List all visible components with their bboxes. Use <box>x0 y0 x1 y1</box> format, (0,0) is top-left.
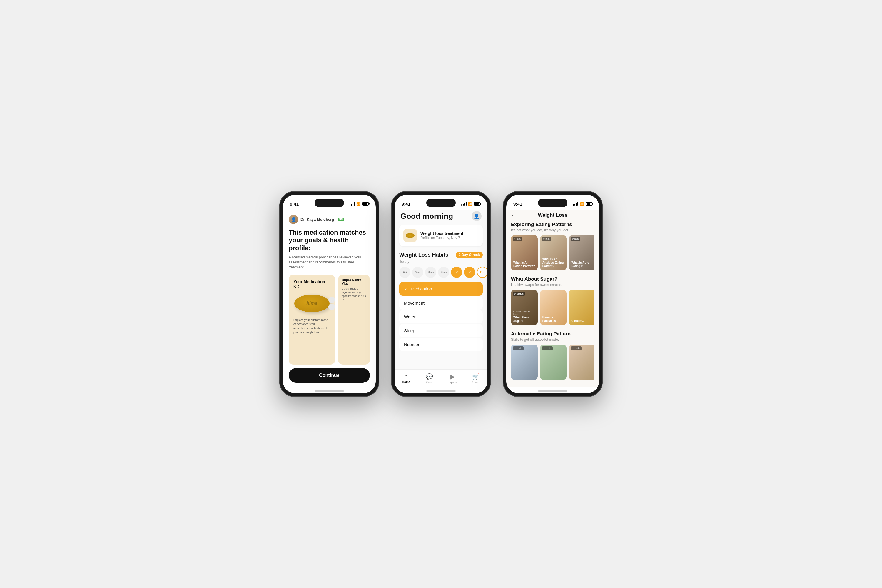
status-time-1: 9:41 <box>290 201 299 206</box>
wifi-icon-3: 📶 <box>580 202 584 206</box>
p2-greeting: Good morning <box>400 212 453 221</box>
habit-water[interactable]: Water <box>399 310 483 323</box>
day-circles: Fri Sat Sun Sun ✓ ✓ Thu <box>399 267 483 278</box>
p2-header: Good morning 👤 <box>394 210 488 225</box>
phone1-headline: This medication matches your goals & hea… <box>289 229 370 252</box>
p2-body: Weight loss treatment Refills on Tuesday… <box>394 225 488 369</box>
section1-cards: 1 min What Is An Eating Pattern? 2 min W… <box>511 235 594 270</box>
habit-medication[interactable]: ✓ Medication <box>399 282 483 296</box>
status-time-2: 9:41 <box>402 201 410 206</box>
phone-1: 9:41 📶 👤 <box>279 191 379 397</box>
video-card-sugar2[interactable]: Banana Pancakes <box>540 290 567 325</box>
phone3-screen: ← Weight Loss Exploring Eating Patterns … <box>506 210 599 387</box>
video-label-4: Course · Weight Loss What About Sugar? <box>513 310 536 323</box>
nav-explore[interactable]: ▶ Explore <box>441 372 464 385</box>
video-card-auto1[interactable]: 10 min <box>511 345 538 380</box>
phone-3: 9:41 📶 ← <box>503 191 603 397</box>
habits-header: Weight Loss Habits 2 Day Streak <box>399 252 483 258</box>
video-label-5: Banana Pancakes <box>542 316 564 323</box>
habit-sleep[interactable]: Sleep <box>399 324 483 337</box>
video-card-eating3[interactable]: 2 min What Is Auto Eating P... <box>569 235 594 270</box>
doctor-avatar: 👤 <box>289 214 298 224</box>
video-card-sugar1[interactable]: 9 Slides Course · Weight Loss What About… <box>511 290 538 325</box>
phone2-screen: Good morning 👤 Weight loss treatment <box>394 210 488 387</box>
video-duration-3: 2 min <box>571 237 580 241</box>
habit-nutrition[interactable]: Nutrition <box>399 338 483 351</box>
med-card-main: Your Medication Kit Explore your custom … <box>289 274 335 364</box>
shop-nav-label: Shop <box>472 381 479 384</box>
video-duration-9: 10 min <box>571 346 582 351</box>
day-thu: Thu <box>477 267 488 278</box>
phone1-screen: 👤 Dr. Kaya Moidberg MD This medication m… <box>283 210 376 387</box>
phones-container: 9:41 📶 👤 <box>279 191 603 397</box>
habit-water-label: Water <box>404 314 416 319</box>
habits-title: Weight Loss Habits <box>399 252 448 258</box>
section2-title: What About Sugar? <box>511 276 594 282</box>
video-duration-8: 15 min <box>542 346 553 351</box>
day-check2: ✓ <box>464 267 475 278</box>
signal-icon-2 <box>461 202 466 206</box>
medication-cards: Your Medication Kit Explore your custom … <box>289 274 370 364</box>
section2-sub: Healthy swaps for sweet snacks. <box>511 283 594 287</box>
nav-care[interactable]: 💬 Care <box>418 372 441 385</box>
status-icons-3: 📶 <box>573 202 592 206</box>
p3-page-title: Weight Loss <box>538 212 568 218</box>
status-icons-2: 📶 <box>461 202 480 206</box>
nav-home[interactable]: ⌂ Home <box>394 372 418 385</box>
phone1-subtext: A licensed medical provider has reviewed… <box>289 255 370 270</box>
section2-cards: 9 Slides Course · Weight Loss What About… <box>511 290 594 325</box>
habits-section: Weight Loss Habits 2 Day Streak Today Fr… <box>399 252 483 351</box>
explore-nav-label: Explore <box>448 381 458 384</box>
video-card-eating1[interactable]: 1 min What Is An Eating Pattern? <box>511 235 538 270</box>
video-duration-7: 10 min <box>513 346 524 351</box>
section1-title: Exploring Eating Patterns <box>511 222 594 228</box>
video-card-sugar3[interactable]: Cinnam... <box>569 290 594 325</box>
day-fri: Fri <box>399 267 410 278</box>
status-icons-1: 📶 <box>350 202 369 206</box>
person-icon: 👤 <box>474 213 480 219</box>
video-label-2: What Is An Anxious Eating Pattern? <box>542 258 564 268</box>
signal-icon-3 <box>573 202 578 206</box>
section-sugar: What About Sugar? Healthy swaps for swee… <box>511 276 594 325</box>
home-nav-label: Home <box>402 380 410 384</box>
day-sun1: Sun <box>425 267 436 278</box>
care-nav-icon: 💬 <box>426 373 433 380</box>
video-card-auto3[interactable]: 10 min <box>569 345 594 380</box>
med-card-side-text: Curbs Buprop together curbing appetite e… <box>342 287 366 302</box>
video-card-eating2[interactable]: 2 min What Is An Anxious Eating Pattern? <box>540 235 567 270</box>
refill-icon <box>404 229 417 242</box>
pill-caps <box>328 296 336 311</box>
continue-button[interactable]: Continue <box>289 368 370 383</box>
phone-2: 9:41 📶 Good mor <box>391 191 491 397</box>
video-duration-1: 1 min <box>513 237 522 241</box>
section3-title: Automatic Eating Pattern <box>511 331 594 337</box>
refill-card[interactable]: Weight loss treatment Refills on Tuesday… <box>399 225 483 246</box>
day-check1: ✓ <box>451 267 462 278</box>
video-card-auto2[interactable]: 15 min <box>540 345 567 380</box>
habits-today: Today <box>399 259 483 264</box>
day-sat: Sat <box>412 267 423 278</box>
battery-icon-1 <box>362 202 369 206</box>
p3-header: ← Weight Loss <box>506 210 599 222</box>
home-indicator-2 <box>394 387 488 393</box>
video-label-6: Cinnam... <box>571 319 593 323</box>
signal-icon-1 <box>350 202 355 206</box>
check-icon: ✓ <box>404 286 408 292</box>
md-badge: MD <box>338 218 344 221</box>
section-auto-eating: Automatic Eating Pattern Skills to get o… <box>511 331 594 380</box>
home-indicator-3 <box>506 387 599 393</box>
habit-movement[interactable]: Movement <box>399 296 483 310</box>
refill-sub: Refills on Tuesday, Nov 7 <box>420 236 478 240</box>
refill-pill-image <box>406 233 414 238</box>
section3-cards: 10 min 15 min 10 min <box>511 345 594 380</box>
video-duration-2: 2 min <box>542 237 551 241</box>
nav-shop[interactable]: 🛒 Shop <box>464 372 488 385</box>
back-button[interactable]: ← <box>511 212 517 219</box>
section-eating-patterns: Exploring Eating Patterns It's not what … <box>511 222 594 270</box>
section1-sub: It's not what you eat, it's why you eat. <box>511 228 594 232</box>
video-sublabel-4: Course · Weight Loss <box>513 310 536 316</box>
med-card-side: Bupro Naltre Vitam Curbs Buprop together… <box>338 274 370 364</box>
dynamic-island-3 <box>538 199 567 207</box>
p2-profile-button[interactable]: 👤 <box>472 211 482 221</box>
habit-medication-label: Medication <box>411 286 432 291</box>
